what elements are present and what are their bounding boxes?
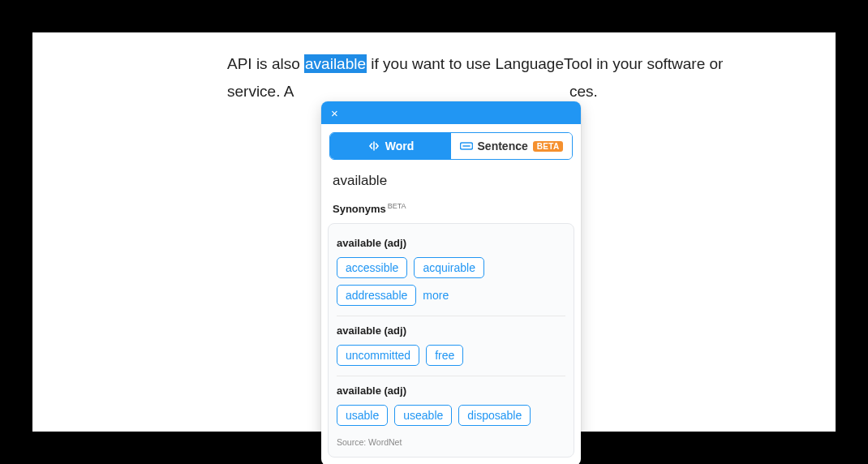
- sense-label: available (adj): [337, 385, 565, 397]
- synonyms-label: Synonyms: [333, 203, 386, 215]
- document-text: API is also available if you want to use…: [227, 50, 730, 105]
- text-before: API is also: [227, 55, 304, 72]
- synonym-chip[interactable]: acquirable: [414, 257, 484, 278]
- text-line2-post: ces.: [569, 83, 598, 100]
- popup-header: ×: [321, 101, 581, 124]
- beta-badge: BETA: [533, 141, 564, 152]
- page-surface: API is also available if you want to use…: [32, 32, 836, 432]
- tab-word[interactable]: Word: [330, 133, 451, 159]
- synonyms-panel: available (adj) accessible acquirable ad…: [328, 223, 574, 458]
- tab-word-label: Word: [385, 140, 415, 153]
- more-link[interactable]: more: [423, 289, 449, 302]
- synonyms-heading: SynonymsBETA: [321, 194, 581, 223]
- synonym-chip[interactable]: free: [426, 345, 463, 366]
- tab-sentence[interactable]: Sentence BETA: [451, 133, 572, 159]
- sense-group: available (adj) accessible acquirable ad…: [337, 229, 565, 316]
- text-after-line1: if you want to use LanguageTool in your …: [367, 55, 723, 72]
- close-icon[interactable]: ×: [328, 104, 342, 122]
- chip-row: usable useable disposable: [337, 405, 565, 426]
- sense-group: available (adj) uncommitted free: [337, 316, 565, 376]
- synonym-chip[interactable]: disposable: [458, 405, 531, 426]
- sense-label: available (adj): [337, 324, 565, 337]
- sense-label: available (adj): [337, 237, 565, 249]
- word-icon: [367, 140, 380, 153]
- sense-group: available (adj) usable useable disposabl…: [337, 376, 565, 436]
- lookup-word: available: [321, 160, 581, 194]
- synonym-chip[interactable]: accessible: [337, 257, 407, 278]
- chip-row: uncommitted free: [337, 345, 565, 366]
- chip-row: accessible acquirable addressable more: [337, 257, 565, 306]
- mode-tabs: Word Sentence BETA: [329, 132, 573, 160]
- synonyms-beta: BETA: [388, 202, 406, 210]
- synonym-popup: × Word Sentence BETA available SynonymsB…: [321, 101, 581, 464]
- sentence-icon: [460, 140, 473, 153]
- synonym-chip[interactable]: useable: [394, 405, 452, 426]
- synonym-chip[interactable]: usable: [337, 405, 388, 426]
- highlighted-word[interactable]: available: [304, 54, 367, 73]
- synonym-chip[interactable]: uncommitted: [337, 345, 419, 366]
- synonym-chip[interactable]: addressable: [337, 285, 416, 306]
- text-line2-pre: service. A: [227, 83, 293, 100]
- tab-sentence-label: Sentence: [478, 140, 528, 153]
- source-attribution: Source: WordNet: [337, 436, 565, 450]
